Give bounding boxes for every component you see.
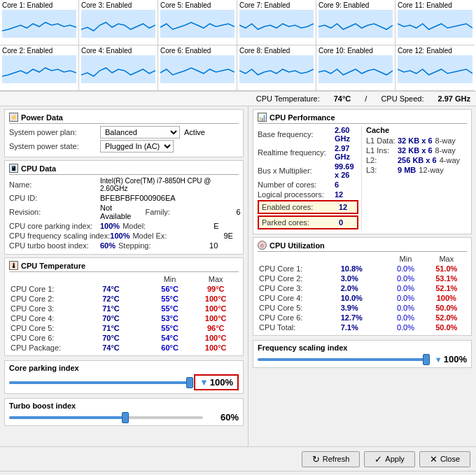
parked-cores-label: Parked cores: <box>262 218 339 227</box>
graph-cell-1: Core 1: Enabled <box>0 0 79 45</box>
cpu-perf-header: 📊 CPU Performance <box>258 113 467 124</box>
temp-core-min: 54°C <box>147 333 193 343</box>
freq-scaling-section: Frequency scaling index ▼ 100% <box>253 340 472 368</box>
graph-title-4: Core 7: Enabled <box>239 1 314 9</box>
cpu-turbo-label: CPU turbo boost index: <box>9 241 100 250</box>
turbo-boost-label: Turbo boost index <box>9 402 239 410</box>
speed-label: CPU Speed: <box>381 94 424 103</box>
power-plan-select[interactable]: Balanced High performance Power saver <box>100 126 180 139</box>
close-button[interactable]: ✕ Close <box>419 451 470 467</box>
cpu-revision-value: Not Available <box>100 204 131 220</box>
power-active-badge: Active <box>184 128 205 136</box>
apply-label: Apply <box>385 455 405 463</box>
power-section: ⚡ Power Data System power plan: Balanced… <box>4 109 244 157</box>
util-core-max: 50.0% <box>426 303 467 313</box>
cpu-freq-value: 100% <box>110 232 130 240</box>
util-core-val: 12.7% <box>340 313 386 322</box>
power-state-select[interactable]: Plugged In (AC) On Battery <box>100 140 174 153</box>
graph-cell-11: Core 10: Enabled <box>316 45 396 91</box>
graph-title-11: Core 10: Enabled <box>318 47 393 55</box>
graph-title-10: Core 8: Enabled <box>239 47 314 55</box>
cpu-stepping-value: 10 <box>209 241 218 250</box>
apply-button[interactable]: ✓ Apply <box>364 451 415 467</box>
graph-title-9: Core 6: Enabled <box>160 47 234 55</box>
freq-scaling-track[interactable] <box>258 358 426 361</box>
cpu-name-label: Name: <box>9 180 100 189</box>
l2-way: 4-way <box>440 156 460 164</box>
graph-title-7: Core 2: Enabled <box>2 47 76 55</box>
util-core-val: 10.0% <box>340 293 386 303</box>
real-freq-value: 2.97 GHz <box>335 144 358 161</box>
top-graphs-container: Core 1: Enabled Core 3: Enabled Core 5: … <box>0 0 476 92</box>
graph-title-3: Core 5: Enabled <box>160 1 234 9</box>
l1-data-label: L1 Data: <box>366 136 398 145</box>
graph-cell-3: Core 5: Enabled <box>158 0 237 45</box>
cpu-perf-cache: Cache L1 Data:32 KB x 68-way L1 Ins:32 K… <box>361 126 467 231</box>
cpu-model-ex-value: 9E <box>223 232 232 240</box>
logical-proc-label: Logical processors: <box>258 190 335 199</box>
temp-core-val: 71°C <box>101 323 147 333</box>
graph-title-6: Core 11: Enabled <box>398 1 472 9</box>
temp-core-label: CPU Core 1: <box>9 284 101 294</box>
power-state-label: System power state: <box>9 142 100 150</box>
temp-core-val: 72°C <box>101 294 147 304</box>
util-row: CPU Core 4: 10.0% 0.0% 100% <box>258 293 467 303</box>
util-core-val: 3.0% <box>340 274 386 283</box>
temp-row: CPU Core 3: 71°C 55°C 100°C <box>9 304 239 313</box>
cpu-temp-title: CPU Temperature <box>21 262 85 270</box>
cpu-temp-value: 74°C <box>334 94 351 103</box>
turbo-boost-track[interactable] <box>9 416 203 419</box>
apply-icon: ✓ <box>374 454 382 465</box>
temp-core-val: 74°C <box>101 343 147 353</box>
parked-cores-row: Parked cores: 0 <box>258 215 358 229</box>
graph-title-1: Core 1: Enabled <box>2 1 76 9</box>
cpu-revision-row: Revision: Not Available Family: 6 <box>9 204 239 220</box>
temp-core-label: CPU Core 4: <box>9 313 101 323</box>
core-parking-thumb[interactable] <box>186 377 193 388</box>
cpu-perf-content: Base frequency:2.60 GHz Realtime frequen… <box>258 126 467 231</box>
util-row: CPU Core 5: 3.9% 0.0% 50.0% <box>258 303 467 313</box>
graph-cell-5: Core 9: Enabled <box>316 0 396 45</box>
core-parking-value: ▼100% <box>194 374 239 390</box>
temp-row: CPU Core 6: 70°C 54°C 100°C <box>9 333 239 343</box>
temp-core-max: 96°C <box>192 323 239 333</box>
graph-cell-4: Core 7: Enabled <box>237 0 316 45</box>
bottom-buttons: ↻ Refresh ✓ Apply ✕ Close <box>0 446 476 471</box>
close-icon: ✕ <box>430 454 438 465</box>
graph-title-2: Core 3: Enabled <box>81 1 155 9</box>
core-parking-track[interactable] <box>9 381 190 384</box>
cpu-id-label: CPU ID: <box>9 194 100 202</box>
temp-max-header: Max <box>192 274 239 284</box>
graph-title-5: Core 9: Enabled <box>318 1 393 9</box>
base-freq-label: Base frequency: <box>258 130 335 139</box>
util-core-val: 2.0% <box>340 283 386 293</box>
core-parking-label: Core parking index <box>9 364 239 372</box>
separator: / <box>365 94 367 103</box>
refresh-button[interactable]: ↻ Refresh <box>302 451 360 467</box>
temp-label: CPU Temperature: <box>256 94 320 103</box>
freq-scaling-thumb[interactable] <box>423 354 430 365</box>
turbo-boost-thumb[interactable] <box>122 412 129 423</box>
l1-ins-way: 8-way <box>435 146 456 155</box>
util-core-min: 0.0% <box>385 293 426 303</box>
graph-title-8: Core 4: Enabled <box>81 47 155 55</box>
power-title: Power Data <box>21 113 63 122</box>
l1-data-way: 8-way <box>435 136 456 145</box>
util-max-header: Max <box>426 254 467 264</box>
util-core-max: 53.1% <box>426 274 467 283</box>
cpu-util-section: ○ CPU Utilization Min Max CPU Core 1: 10… <box>253 237 472 336</box>
cpu-perf-title: CPU Performance <box>270 113 335 122</box>
graph-cell-10: Core 8: Enabled <box>237 45 316 91</box>
util-core-max: 52.1% <box>426 283 467 293</box>
num-cores-label: Number of cores: <box>258 180 335 189</box>
temp-core-min: 55°C <box>147 294 193 304</box>
util-core-max: 50.0% <box>426 322 467 332</box>
main-content: ⚡ Power Data System power plan: Balanced… <box>0 106 476 446</box>
temp-core-min: 56°C <box>147 284 193 294</box>
bus-mult-label: Bus x Multiplier: <box>258 166 335 175</box>
cpu-model-ex-label: Model Ex: <box>132 232 223 240</box>
core-parking-section: Core parking index ▼100% <box>4 360 244 394</box>
util-core-min: 0.0% <box>385 303 426 313</box>
temp-row: CPU Core 1: 74°C 56°C 99°C <box>9 284 239 294</box>
graph-title-12: Core 12: Enabled <box>398 47 472 55</box>
